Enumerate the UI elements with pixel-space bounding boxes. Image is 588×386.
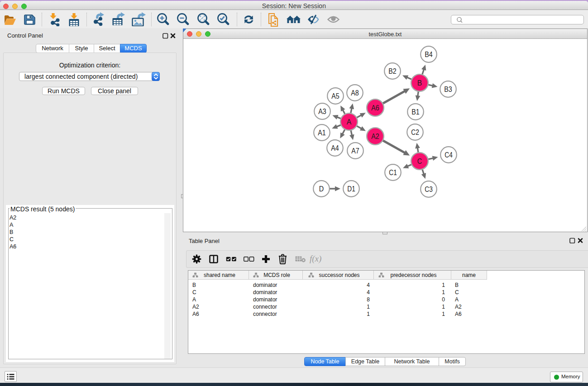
svg-text:C2: C2 — [411, 128, 419, 136]
svg-text:A2: A2 — [371, 132, 379, 140]
svg-text:C: C — [417, 157, 422, 165]
svg-text:A: A — [347, 118, 352, 126]
svg-text:B3: B3 — [444, 85, 452, 93]
svg-text:A7: A7 — [351, 147, 359, 155]
svg-text:C1: C1 — [389, 168, 397, 176]
svg-text:A5: A5 — [331, 92, 339, 100]
svg-text:A1: A1 — [318, 129, 326, 137]
svg-text:A8: A8 — [351, 89, 359, 97]
svg-text:A4: A4 — [331, 144, 339, 152]
svg-text:B2: B2 — [388, 67, 397, 75]
svg-text:A6: A6 — [371, 104, 379, 112]
svg-text:D: D — [319, 185, 324, 193]
svg-text:B4: B4 — [425, 50, 433, 58]
svg-text:A3: A3 — [318, 107, 326, 115]
svg-text:C4: C4 — [445, 151, 453, 159]
svg-text:B: B — [417, 79, 422, 87]
svg-text:D1: D1 — [347, 185, 355, 193]
svg-text:B1: B1 — [411, 108, 420, 116]
svg-text:C3: C3 — [425, 185, 433, 193]
